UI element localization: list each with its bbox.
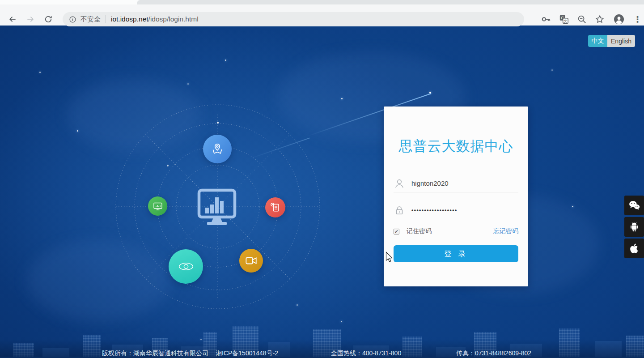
security-label: 不安全 (80, 15, 101, 24)
map-pin-icon (210, 141, 225, 157)
login-button[interactable]: 登 录 (394, 245, 518, 262)
fax-text: 传真：0731-84882609-802 (456, 349, 531, 358)
tab-strip (0, 0, 644, 4)
back-arrow-icon (8, 15, 17, 24)
translate-icon: G文 (559, 14, 569, 24)
wechat-button[interactable] (624, 196, 644, 215)
star-dot (39, 72, 41, 73)
vision-service-circle (169, 249, 203, 284)
mouse-cursor (386, 251, 394, 263)
report-doc-icon (269, 201, 281, 213)
tab-strip-empty-area (137, 0, 644, 4)
monitor-service-circle (148, 196, 167, 216)
lock-icon (394, 205, 405, 216)
svg-text:文: 文 (564, 19, 567, 23)
monitor-chart-icon (152, 200, 164, 212)
reload-button[interactable] (43, 14, 54, 25)
username-input[interactable] (411, 179, 518, 187)
remember-password-label: 记住密码 (407, 227, 432, 235)
user-icon (394, 178, 405, 189)
remember-password-checkbox[interactable]: ✓ (394, 229, 399, 234)
video-camera-icon (245, 256, 258, 266)
forward-arrow-icon (26, 15, 35, 24)
url-path: /idosp/login.html (148, 15, 199, 23)
zoom-out-button[interactable] (576, 14, 587, 25)
page-title: 思普云大数据中心 (384, 137, 528, 156)
star-icon (595, 14, 605, 24)
username-field-row (394, 175, 518, 192)
bookmark-button[interactable] (594, 14, 605, 25)
browser-menu-button[interactable]: ⋮ (633, 15, 640, 24)
video-service-circle (239, 249, 263, 273)
reload-icon (44, 15, 53, 24)
browser-toolbar: 不安全 iot.idosp.net /idosp/login.html G文 ⋮ (0, 4, 644, 25)
android-icon (628, 221, 640, 233)
password-input[interactable] (411, 207, 518, 213)
language-english-button[interactable]: English (607, 35, 635, 47)
password-key-button[interactable] (541, 14, 551, 25)
eye-icon (177, 260, 195, 273)
star-dot (341, 98, 343, 99)
star-dot (225, 60, 226, 61)
language-chinese-button[interactable]: 中文 (588, 35, 607, 47)
translate-button[interactable]: G文 (559, 14, 569, 25)
report-service-circle (265, 197, 285, 217)
toolbar-right-icons: G文 ⋮ (541, 9, 640, 30)
star-dot (187, 83, 189, 85)
social-sidebar (624, 196, 644, 258)
wechat-icon (628, 199, 640, 212)
language-toggle: 中文 English (588, 35, 635, 47)
star-dot (77, 130, 78, 132)
options-row: ✓ 记住密码 忘记密码 (394, 225, 518, 238)
profile-button[interactable] (612, 13, 626, 26)
copyright-text: 版权所有：湖南华辰智通科技有限公司 (102, 349, 208, 358)
forward-button[interactable] (25, 14, 36, 25)
browser-chrome: 不安全 iot.idosp.net /idosp/login.html G文 ⋮ (0, 0, 644, 26)
apple-icon (628, 242, 640, 255)
dashboard-monitor-icon (197, 188, 240, 227)
star-dot (572, 206, 573, 207)
forgot-password-link[interactable]: 忘记密码 (493, 227, 518, 235)
address-bar[interactable]: 不安全 iot.idosp.net /idosp/login.html (63, 12, 524, 26)
url-host: iot.idosp.net (111, 15, 148, 23)
zoom-out-icon (577, 14, 587, 24)
footer-band (0, 339, 644, 358)
back-button[interactable] (7, 14, 18, 25)
url-divider (106, 15, 106, 23)
star-dot (551, 69, 553, 71)
password-field-row (394, 201, 518, 219)
key-icon (541, 14, 551, 24)
hotline-text: 全国热线：400-8731-800 (331, 349, 401, 358)
android-app-button[interactable] (624, 217, 644, 237)
login-card: 思普云大数据中心 ✓ 记住密码 忘记密码 登 录 (384, 107, 528, 286)
page-info-icon[interactable] (69, 16, 76, 23)
icp-number: 湘ICP备15001448号-2 (216, 349, 278, 358)
ios-app-button[interactable] (624, 239, 644, 258)
login-page: 中文 English (0, 26, 644, 358)
profile-avatar-icon (614, 14, 624, 24)
map-service-circle (203, 135, 232, 163)
